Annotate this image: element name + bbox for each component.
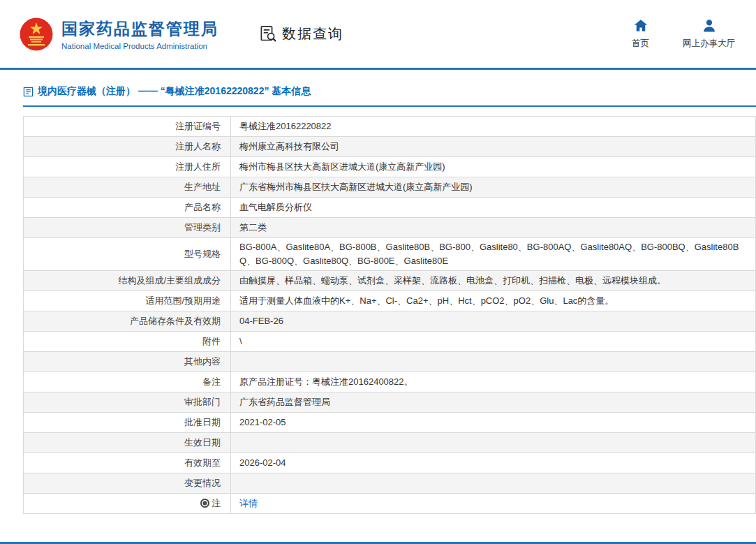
row-label: 审批部门 [24, 392, 231, 413]
table-row: 适用范围/预期用途适用于测量人体血液中的K+、Na+、Cl-、Ca2+、pH、H… [24, 291, 756, 311]
row-value: 第二类 [231, 218, 756, 238]
row-value: BG-800A、Gaslite80A、BG-800B、Gaslite80B、BG… [231, 238, 756, 271]
table-row: 批准日期2021-02-05 [24, 413, 756, 433]
row-label: 备注 [24, 372, 231, 392]
registration-info-table: 注册证编号粤械注准20162220822注册人名称梅州康立高科技有限公司注册人住… [23, 116, 756, 514]
table-row: 产品储存条件及有效期04-FEB-26 [24, 311, 756, 332]
row-label: 有效期至 [24, 453, 231, 473]
org-names: 国家药品监督管理局 National Medical Products Admi… [61, 18, 218, 50]
row-value: 2021-02-05 [231, 413, 756, 433]
row-label: 管理类别 [24, 218, 231, 238]
row-value: 梅州康立高科技有限公司 [231, 137, 756, 157]
table-row: 型号规格BG-800A、Gaslite80A、BG-800B、Gaslite80… [24, 238, 756, 271]
site-header: 国家药品监督管理局 National Medical Products Admi… [0, 0, 756, 68]
row-value [231, 433, 756, 453]
row-label: 生效日期 [24, 433, 231, 453]
org-name-en: National Medical Products Administration [61, 42, 218, 50]
data-query-icon [259, 24, 278, 43]
main-content: 境内医疗器械（注册） —— “粤械注准20162220822” 基本信息 注册证… [0, 70, 756, 514]
row-value: 血气电解质分析仪 [231, 198, 756, 218]
nav-online-hall[interactable]: 网上办事大厅 [683, 19, 735, 50]
table-row: 附件\ [24, 332, 756, 352]
table-body: 注册证编号粤械注准20162220822注册人名称梅州康立高科技有限公司注册人住… [24, 117, 756, 514]
national-emblem-icon [20, 17, 53, 51]
org-name-cn: 国家药品监督管理局 [61, 18, 218, 40]
document-icon [23, 87, 34, 97]
row-value: 详情 [231, 494, 756, 514]
table-row: 生效日期 [24, 433, 756, 453]
page-title: 境内医疗器械（注册） —— “粤械注准20162220822” 基本信息 [38, 85, 311, 98]
table-row: 产品名称血气电解质分析仪 [24, 198, 756, 218]
detail-link[interactable]: 详情 [239, 498, 258, 508]
row-value: 广东省药品监督管理局 [231, 392, 756, 413]
row-label: 注册人住所 [24, 157, 231, 177]
row-value: \ [231, 332, 756, 352]
row-value: 广东省梅州市梅县区扶大高新区进城大道(康立高新产业园) [231, 177, 756, 198]
row-label: 产品名称 [24, 198, 231, 218]
nav-online-hall-label: 网上办事大厅 [683, 38, 735, 50]
row-label: 变更情况 [24, 473, 231, 494]
table-row: 结构及组成/主要组成成分由触摸屏、样品箱、蠕动泵、试剂盒、采样架、流路板、电池盒… [24, 271, 756, 291]
row-label: 生产地址 [24, 177, 231, 198]
row-value: 由触摸屏、样品箱、蠕动泵、试剂盒、采样架、流路板、电池盒、打印机、扫描枪、电极、… [231, 271, 756, 291]
nav-home[interactable]: 首页 [632, 19, 649, 50]
table-row: 生产地址广东省梅州市梅县区扶大高新区进城大道(康立高新产业园) [24, 177, 756, 198]
row-label: 注 [24, 494, 231, 514]
row-label: 其他内容 [24, 352, 231, 372]
row-value: 04-FEB-26 [231, 311, 756, 332]
table-row: 注册证编号粤械注准20162220822 [24, 117, 756, 137]
row-label: 批准日期 [24, 413, 231, 433]
row-label: 产品储存条件及有效期 [24, 311, 231, 332]
data-query-title: 数据查询 [259, 24, 343, 43]
row-value [231, 352, 756, 372]
row-value: 粤械注准20162220822 [231, 117, 756, 137]
row-value: 原产品注册证号：粤械注准20162400822。 [231, 372, 756, 392]
table-row: 有效期至2026-02-04 [24, 453, 756, 473]
table-row: 注册人名称梅州康立高科技有限公司 [24, 137, 756, 157]
row-value: 2026-02-04 [231, 453, 756, 473]
row-label: 适用范围/预期用途 [24, 291, 231, 311]
row-label: 注册人名称 [24, 137, 231, 157]
header-nav: 首页 网上办事大厅 [632, 19, 735, 50]
note-icon [200, 499, 209, 508]
row-label: 注册证编号 [24, 117, 231, 137]
row-value [231, 473, 756, 494]
site-logo[interactable]: 国家药品监督管理局 National Medical Products Admi… [20, 17, 218, 51]
row-label: 结构及组成/主要组成成分 [24, 271, 231, 291]
user-icon [702, 19, 716, 32]
row-value: 梅州市梅县区扶大高新区进城大道(康立高新产业园) [231, 157, 756, 177]
table-row: 其他内容 [24, 352, 756, 372]
table-row: 管理类别第二类 [24, 218, 756, 238]
row-label: 型号规格 [24, 238, 231, 271]
table-row: 注详情 [24, 494, 756, 514]
data-query-label: 数据查询 [282, 24, 343, 43]
row-value: 适用于测量人体血液中的K+、Na+、Cl-、Ca2+、pH、Hct、pCO2、p… [231, 291, 756, 311]
table-row: 备注原产品注册证号：粤械注准20162400822。 [24, 372, 756, 392]
table-row: 变更情况 [24, 473, 756, 494]
nav-home-label: 首页 [632, 38, 649, 50]
table-row: 审批部门广东省药品监督管理局 [24, 392, 756, 413]
home-icon [634, 19, 648, 32]
breadcrumb: 境内医疗器械（注册） —— “粤械注准20162220822” 基本信息 [23, 85, 756, 107]
row-label: 附件 [24, 332, 231, 352]
table-row: 注册人住所梅州市梅县区扶大高新区进城大道(康立高新产业园) [24, 157, 756, 177]
